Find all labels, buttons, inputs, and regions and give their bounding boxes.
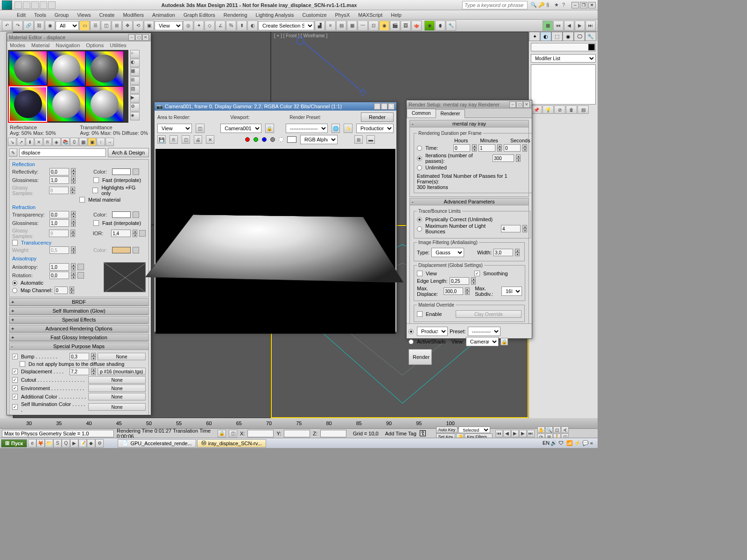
make-copy-icon[interactable]: ⎘ <box>43 138 52 146</box>
menu-rendering[interactable]: Rendering <box>220 11 251 19</box>
iterations-input[interactable] <box>493 154 514 162</box>
mat-menu-options[interactable]: Options <box>86 42 104 48</box>
render-prod-icon[interactable]: 🫖 <box>411 21 422 31</box>
anim-layers-icon[interactable]: ▦ <box>543 21 553 31</box>
refcoord-combo[interactable]: View <box>155 21 183 30</box>
sample-type-icon[interactable]: ○ <box>130 50 140 58</box>
selection-filter-combo[interactable]: All <box>56 21 79 30</box>
display-tab-icon[interactable]: 🖵 <box>574 32 585 41</box>
tray-icon[interactable]: 🛡 <box>558 440 565 447</box>
options-icon[interactable]: ⚙ <box>130 103 140 112</box>
time-radio[interactable] <box>417 146 422 151</box>
render-setup-titlebar[interactable]: Render Setup: mental ray iray Renderer –… <box>407 100 532 109</box>
effects-rollout[interactable]: +Special Effects <box>9 316 149 324</box>
fov-icon[interactable]: ∢ <box>561 427 569 433</box>
create-tab-icon[interactable]: ✦ <box>529 32 540 41</box>
menu-graph[interactable]: Graph Editors <box>180 11 219 19</box>
rs-min-button[interactable]: – <box>509 101 516 108</box>
goto-end-icon[interactable]: ⏭ <box>585 21 596 31</box>
player-icon[interactable]: ▶ <box>70 439 78 448</box>
minimize-button[interactable]: – <box>571 2 579 8</box>
go-parent-icon[interactable]: ↑ <box>97 138 105 146</box>
transparency-input[interactable] <box>49 211 69 218</box>
physx-tool-icon[interactable]: 🔧 <box>446 21 456 31</box>
translucency-check[interactable] <box>12 240 18 245</box>
render-close-button[interactable]: ✕ <box>388 103 395 110</box>
render-setup-icon[interactable]: 🎬 <box>390 21 400 31</box>
lang-indicator[interactable]: EN <box>543 440 549 447</box>
rotate-icon[interactable]: ⟲ <box>133 21 143 31</box>
qat-open-icon[interactable] <box>23 1 30 9</box>
key-icon[interactable]: 🔑 <box>538 2 545 8</box>
select-region-icon[interactable]: ◫ <box>101 21 111 31</box>
refr-fast-check[interactable] <box>93 220 99 226</box>
bump-amount-input[interactable] <box>70 353 89 360</box>
qat-redo-icon[interactable] <box>48 1 56 9</box>
overlay-icon[interactable]: ⊞ <box>354 135 363 144</box>
bg-color-swatch[interactable] <box>287 136 296 143</box>
material-slot[interactable] <box>9 51 47 86</box>
disp-check[interactable] <box>12 369 18 374</box>
tab-renderer[interactable]: Renderer <box>436 109 465 118</box>
prev-frame-icon[interactable]: ◀ <box>564 21 574 31</box>
rs-render-button[interactable]: Render <box>409 349 432 365</box>
select-name-icon[interactable]: ☰ <box>90 21 100 31</box>
channel-combo[interactable]: RGB Alpha <box>300 135 338 144</box>
red-channel-icon[interactable] <box>245 137 250 142</box>
phys-correct-radio[interactable] <box>417 217 422 222</box>
qip-icon[interactable]: Q <box>62 439 70 448</box>
rs-preset-combo[interactable]: ------------------- <box>468 327 500 336</box>
refl-map-button[interactable] <box>133 168 139 175</box>
hierarchy-tab-icon[interactable]: ⬚ <box>551 32 563 41</box>
config-icon[interactable]: ▤ <box>578 105 589 114</box>
pick-icon[interactable]: ✎ <box>9 148 17 157</box>
activeshade-radio[interactable] <box>409 339 414 344</box>
effects-icon[interactable]: ✨ <box>344 124 352 133</box>
background-icon[interactable]: ▦ <box>130 68 140 76</box>
brdf-rollout[interactable]: +BRDF <box>9 298 149 306</box>
rendered-frame-icon[interactable]: 🖼 <box>401 21 411 31</box>
physx-icon[interactable]: ⬮ <box>435 21 445 31</box>
mat-menu-modes[interactable]: Modes <box>10 42 25 48</box>
unlink-icon[interactable]: ⛓ <box>34 21 44 31</box>
time-start-icon[interactable]: ⏮ <box>495 430 503 437</box>
clone-frame-icon[interactable]: ◫ <box>182 135 190 144</box>
aniso-rot-map-button[interactable] <box>78 272 84 279</box>
app-icon[interactable]: ◆ <box>87 439 95 448</box>
render-button[interactable]: Render <box>361 112 394 122</box>
hours-input[interactable] <box>453 144 470 152</box>
transl-map-button[interactable] <box>133 247 139 253</box>
angle-snap-icon[interactable]: ∠ <box>215 21 226 31</box>
refr-color-swatch[interactable] <box>112 211 131 218</box>
qat-save-icon[interactable] <box>31 1 39 9</box>
restore-button[interactable]: ❐ <box>580 2 587 8</box>
mat-close-button[interactable]: ✕ <box>142 34 149 41</box>
render-viewport-combo[interactable]: Camera001 <box>220 124 261 133</box>
start-button[interactable]: ⊞Пуск <box>1 439 27 448</box>
menu-animation[interactable]: Animation <box>148 11 179 19</box>
blue-channel-icon[interactable] <box>262 137 267 142</box>
explorer-icon[interactable]: 📁 <box>45 439 53 448</box>
toggle-ui-icon[interactable]: ▬ <box>366 135 375 144</box>
time-next-icon[interactable]: ▶ <box>519 430 527 437</box>
spin-down-icon[interactable]: ▾ <box>71 172 76 175</box>
material-editor-titlebar[interactable]: Material Editor - displace –◻✕ <box>7 33 151 42</box>
go-sibling-icon[interactable]: → <box>106 138 114 146</box>
production-radio[interactable] <box>409 329 414 334</box>
mat-id-icon[interactable]: 0 <box>70 138 78 146</box>
tray-icon[interactable]: ⚡ <box>574 440 581 447</box>
max-bounces-radio[interactable] <box>417 226 422 231</box>
mirror-icon[interactable]: ▟ <box>315 21 325 31</box>
selfcolor-check[interactable] <box>12 404 18 410</box>
backlight-icon[interactable]: ◐ <box>130 59 140 67</box>
time-prev-icon[interactable]: ◀ <box>503 430 511 437</box>
make-unique-icon[interactable]: ◈ <box>52 138 61 146</box>
motion-tab-icon[interactable]: ◉ <box>563 32 574 41</box>
key-selected-combo[interactable]: Selected <box>458 427 490 433</box>
curve-editor-icon[interactable]: 〰 <box>358 21 368 31</box>
help-icon[interactable]: ? <box>562 2 569 8</box>
material-slot-active[interactable] <box>9 86 47 122</box>
play-icon[interactable]: ▶ <box>575 21 585 31</box>
put-library-icon[interactable]: 📚 <box>61 138 70 146</box>
material-slot[interactable] <box>47 51 85 86</box>
